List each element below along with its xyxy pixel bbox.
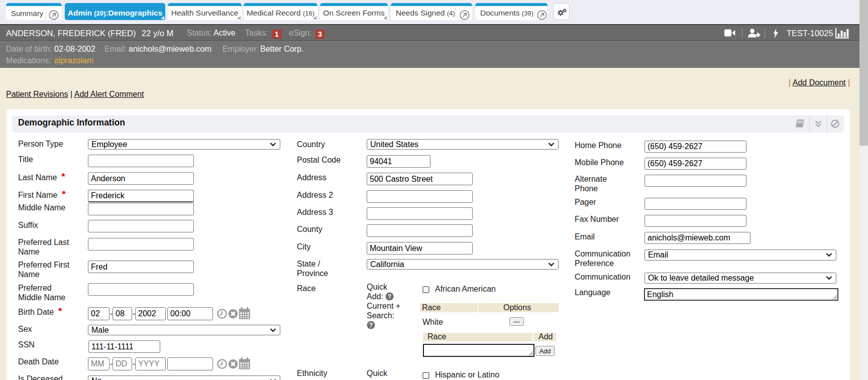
svg-text:?: ? [388, 293, 391, 300]
svg-text:?: ? [369, 322, 373, 329]
